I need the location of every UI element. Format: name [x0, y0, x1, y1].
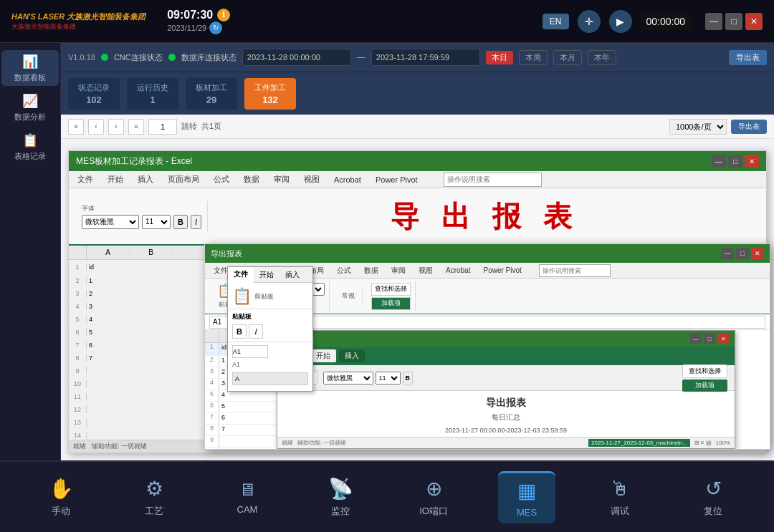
month-button[interactable]: 本月 — [553, 50, 582, 65]
refresh-icon[interactable]: ↻ — [209, 21, 222, 34]
excel-menu-home[interactable]: 开始 — [105, 173, 126, 186]
cam-label: CAM — [237, 504, 258, 515]
manual-icon: ✋ — [49, 477, 74, 500]
excel2-menu-formula[interactable]: 公式 — [334, 264, 354, 277]
top-bar: HAN'S LASER 大族激光智能装备集团 大族激光智能装备集团 09:07:… — [0, 0, 774, 43]
sidebar-item-dashboard[interactable]: 📊 数据看板 — [1, 50, 59, 86]
excel-menu-acrobat[interactable]: Acrobat — [331, 174, 364, 185]
taskbar-item-manual[interactable]: ✋ 手动 — [32, 471, 90, 523]
maximize-button[interactable]: □ — [725, 13, 742, 30]
formula-cell-input[interactable] — [232, 345, 268, 358]
taskbar-item-io[interactable]: ⊕ IO端口 — [405, 471, 462, 523]
sidebar-item-records[interactable]: 📋 表格记录 — [1, 129, 59, 165]
report-tab-home[interactable]: 开始 — [310, 349, 336, 362]
excel-ribbon: 字体 微软雅黑 11 B I 导 出 报 表 — [69, 188, 766, 246]
cnc-status-dot — [101, 54, 108, 61]
report-find-btn[interactable]: 查找和选择 — [682, 364, 727, 378]
excel-menu-data[interactable]: 数据 — [241, 173, 262, 186]
excel-menu-insert[interactable]: 插入 — [135, 173, 156, 186]
report-font-family[interactable]: 微软雅黑 — [323, 372, 373, 385]
cam-icon: 🖥 — [239, 480, 256, 500]
report-addins-btn[interactable]: 加载项 — [682, 379, 727, 392]
tab-plate[interactable]: 板材加工 29 — [186, 78, 237, 110]
tab-status[interactable]: 状态记录 102 — [68, 78, 120, 110]
taskbar-item-cam[interactable]: 🖥 CAM — [219, 474, 276, 521]
font-bold-button[interactable]: B — [173, 215, 188, 229]
excel-menu-formula[interactable]: 公式 — [211, 173, 232, 186]
font-family-select[interactable]: 微软雅黑 — [82, 215, 139, 229]
tab-part[interactable]: 工件加工 132 — [244, 78, 296, 110]
taskbar-item-debug[interactable]: 🖱 调试 — [591, 471, 649, 523]
excel-menu-pivot[interactable]: Power Pivot — [373, 174, 421, 185]
excel2-max-button[interactable]: □ — [736, 248, 749, 259]
font-size-select[interactable]: 11 — [142, 215, 171, 229]
excel-search-input[interactable] — [444, 173, 542, 187]
excel-menu-file[interactable]: 文件 — [75, 173, 96, 186]
report-max-button[interactable]: □ — [704, 334, 715, 344]
date-from-input[interactable] — [242, 49, 351, 66]
taskbar-item-mes[interactable]: ▦ MES — [498, 471, 555, 523]
prev-page-button[interactable]: ‹ — [88, 119, 104, 135]
find-replace-btn[interactable]: 查找和选择 — [371, 283, 411, 296]
close-button[interactable]: ✕ — [745, 13, 763, 30]
excel2-menu-data[interactable]: 数据 — [361, 264, 381, 277]
week-button[interactable]: 本周 — [519, 50, 548, 65]
report-close-button[interactable]: ✕ — [717, 334, 729, 344]
first-page-button[interactable]: « — [68, 119, 84, 135]
info-icon[interactable]: ℹ — [217, 9, 230, 21]
sidebar-item-analysis[interactable]: 📈 数据分析 — [1, 90, 59, 125]
play-icon-button[interactable]: ▶ — [609, 10, 632, 33]
report-bold-btn[interactable]: B — [403, 372, 414, 385]
export-button[interactable]: 导出表 — [729, 50, 767, 65]
taskbar-item-monitor[interactable]: 📡 监控 — [312, 471, 369, 523]
taskbar-item-reset[interactable]: ↺ 复位 — [684, 471, 742, 523]
bold-format-btn[interactable]: B — [232, 324, 247, 339]
excel2-menu-view[interactable]: 视图 — [416, 264, 436, 277]
ribbon-search-group: 查找和选择 加载项 — [367, 281, 416, 311]
rows-per-page-select[interactable]: 1000条/页 500条/页 100条/页 — [669, 119, 727, 135]
export-button-2[interactable]: 导出表 — [731, 120, 767, 134]
ctx-tab-file[interactable]: 文件 — [228, 267, 254, 283]
tab-plate-count: 29 — [206, 95, 216, 105]
add-row-btn[interactable]: 加载项 — [371, 297, 411, 310]
next-page-button[interactable]: › — [108, 119, 124, 135]
excel-menu-review[interactable]: 审阅 — [271, 173, 292, 186]
last-page-button[interactable]: » — [128, 119, 144, 135]
excel-menu-view[interactable]: 视图 — [301, 173, 322, 186]
excel-close-button[interactable]: ✕ — [745, 155, 759, 168]
report-ribbon: 📋 粘贴 微软雅黑 11 B 查找和选择 加载项 — [277, 365, 735, 391]
formula-bar-input[interactable] — [264, 316, 765, 329]
taskbar: ✋ 手动 ⚙ 工艺 🖥 CAM 📡 监控 ⊕ IO端口 ▦ MES 🖱 调试 ↺… — [0, 460, 774, 532]
nav-icon-button[interactable]: ✛ — [578, 10, 601, 33]
italic-format-btn[interactable]: I — [249, 324, 263, 339]
font-italic-button[interactable]: I — [191, 215, 201, 229]
report-sheet-tab[interactable]: 2023-11-27_2023-12-03_machineln... — [588, 439, 690, 447]
page-number-input[interactable] — [148, 119, 177, 135]
excel-menu-layout[interactable]: 页面布局 — [165, 173, 202, 186]
excel2-close-button[interactable]: ✕ — [751, 248, 764, 259]
excel-max-button[interactable]: □ — [728, 155, 742, 168]
time-area: 09:07:30 ℹ 2023/11/29 ↻ — [167, 9, 230, 34]
minimize-button[interactable]: — — [705, 13, 722, 30]
cnc-status-text: CNC连接状态 — [114, 52, 163, 63]
monitor-label: 监控 — [331, 505, 350, 518]
year-button[interactable]: 本年 — [588, 50, 616, 65]
excel2-menu-review[interactable]: 审阅 — [388, 264, 408, 277]
ctx-tab-insert[interactable]: 插入 — [280, 267, 305, 282]
report-tab-insert[interactable]: 插入 — [339, 349, 365, 362]
excel2-menu-acrobat[interactable]: Acrobat — [443, 265, 473, 276]
report-font-size[interactable]: 11 — [376, 372, 401, 385]
taskbar-item-process[interactable]: ⚙ 工艺 — [125, 471, 183, 523]
today-button[interactable]: 本日 — [486, 51, 513, 64]
excel2-min-button[interactable]: — — [721, 248, 734, 259]
language-button[interactable]: EN — [543, 14, 569, 29]
pagination-row: « ‹ › » 跳转 共1页 1000条/页 500条/页 100条/页 导出表 — [61, 115, 774, 139]
excel2-menu-pivot[interactable]: Power Pivot — [480, 265, 524, 276]
ctx-tab-home[interactable]: 开始 — [254, 267, 280, 282]
excel-win-controls: — □ ✕ — [712, 155, 759, 168]
report-min-button[interactable]: — — [690, 334, 702, 344]
excel2-search-input[interactable] — [539, 264, 611, 277]
tab-run[interactable]: 运行历史 1 — [127, 78, 178, 110]
excel-min-button[interactable]: — — [712, 155, 726, 168]
date-to-input[interactable] — [371, 49, 480, 66]
